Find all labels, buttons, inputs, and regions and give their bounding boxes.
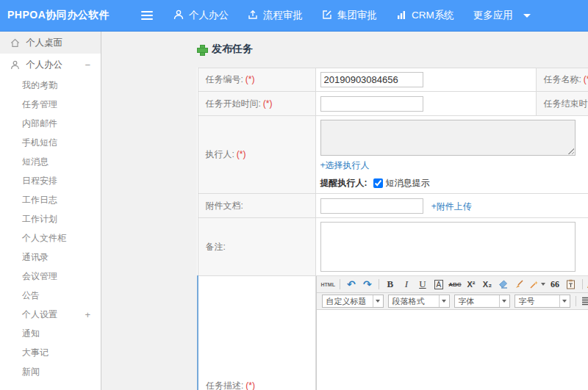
paste-text-icon[interactable]	[564, 278, 578, 291]
caret-down-icon	[499, 295, 509, 307]
app-logo[interactable]: PHPOA协同办公软件	[0, 9, 118, 22]
sidebar-item-short-message[interactable]: 短消息	[0, 152, 101, 171]
remark-textarea[interactable]	[320, 222, 576, 272]
sms-remind-checkbox[interactable]	[373, 178, 383, 188]
sidebar-item-contacts[interactable]: 通讯录	[0, 248, 101, 267]
sidebar-item-label: 个人桌面	[26, 37, 62, 49]
nav-item-crm[interactable]: CRM系统	[396, 9, 454, 22]
caret-down-icon	[439, 295, 449, 307]
sidebar-item-internal-mail[interactable]: 内部邮件	[0, 114, 101, 133]
subscript-button[interactable]: X₂	[481, 278, 494, 291]
magic-wand-icon[interactable]	[529, 278, 545, 291]
sidebar-item-schedule[interactable]: 日程安排	[0, 171, 101, 190]
rich-text-editor: HTML ↶ ↷ B I U A ABC X² X₂	[316, 276, 588, 390]
form-row-remark: 备注:	[198, 218, 588, 276]
start-time-input[interactable]	[320, 96, 423, 112]
sidebar-item-personal-office[interactable]: 个人办公 −	[0, 54, 101, 76]
executor-textarea[interactable]	[320, 120, 576, 156]
sidebar-item-label: 个人设置	[22, 308, 57, 321]
autotype-button[interactable]: A	[432, 278, 445, 291]
nav-item-group-approval[interactable]: 集团审批	[322, 9, 377, 22]
sidebar-item-personal-desktop[interactable]: 个人桌面	[0, 32, 101, 54]
sidebar-item-label: 大事记	[22, 347, 49, 359]
person-icon	[173, 10, 189, 22]
sidebar-item-label: 个人办公	[26, 59, 62, 71]
task-no-input[interactable]	[320, 72, 423, 87]
start-time-label: 任务开始时间:	[206, 98, 261, 109]
align-left-icon[interactable]	[581, 295, 588, 308]
attachment-input[interactable]	[320, 198, 423, 214]
required-mark: (*)	[584, 74, 588, 84]
sidebar-item-news[interactable]: 新闻	[0, 362, 101, 381]
top-nav: 个人办公 流程审批 集团审批 CRM系统 更多应用	[173, 9, 550, 22]
strikethrough-button[interactable]: ABC	[448, 278, 462, 291]
underline-button[interactable]: U	[416, 278, 429, 291]
remind-executor-label: 提醒执行人:	[320, 177, 368, 189]
top-header: PHPOA协同办公软件 个人办公 流程审批 集团审批 CRM系统 更多应用	[0, 0, 588, 32]
task-name-label: 任务名称:	[544, 74, 581, 84]
home-icon	[10, 38, 20, 48]
font-size-select[interactable]: 字号	[514, 295, 570, 308]
page-title-row: 发布任务	[197, 43, 588, 56]
nav-item-personal-office[interactable]: 个人办公	[173, 9, 229, 22]
sidebar-item-sms[interactable]: 手机短信	[0, 133, 101, 152]
remark-label: 备注:	[206, 242, 226, 252]
attachment-label: 附件文档:	[206, 201, 243, 211]
superscript-button[interactable]: X²	[465, 278, 478, 291]
editor-canvas[interactable]	[317, 310, 588, 390]
toolbar-separator	[340, 279, 340, 289]
sidebar-item-personal-settings[interactable]: 个人设置 +	[0, 305, 101, 324]
bold-button[interactable]: B	[384, 278, 397, 291]
page-title: 发布任务	[212, 43, 253, 56]
nav-label: 集团审批	[337, 9, 377, 22]
sidebar-item-label: 新闻	[22, 366, 40, 378]
sidebar-item-milestones[interactable]: 大事记	[0, 343, 101, 362]
undo-icon[interactable]: ↶	[345, 278, 358, 291]
sidebar-item-label: 工作日志	[22, 194, 57, 206]
paragraph-format-select[interactable]: 段落格式	[388, 295, 450, 308]
html-source-button[interactable]: HTML	[321, 278, 335, 291]
sidebar-item-work-plan[interactable]: 工作计划	[0, 209, 101, 228]
collapse-icon[interactable]: −	[85, 59, 90, 71]
italic-button[interactable]: I	[400, 278, 413, 291]
sidebar-item-meeting-management[interactable]: 会议管理	[0, 267, 101, 286]
resize-handle-icon[interactable]	[567, 148, 574, 154]
publish-task-form: 任务编号:(*) 任务名称:(*) 任务开始时间:(*) 任务结束时间:(*) …	[197, 68, 588, 390]
sidebar-item-notice[interactable]: 通知	[0, 324, 101, 343]
caret-down-icon	[541, 283, 545, 286]
sidebar-item-label: 我的考勤	[22, 79, 57, 92]
format-brush-icon[interactable]	[513, 278, 526, 291]
custom-title-select[interactable]: 自定义标题	[322, 295, 384, 308]
caret-down-icon	[373, 295, 383, 307]
end-time-label: 任务结束时间:	[544, 98, 588, 109]
sidebar-item-label: 日程安排	[22, 175, 57, 187]
sidebar-item-task-management[interactable]: 任务管理	[0, 95, 101, 114]
nav-item-more-apps[interactable]: 更多应用	[473, 9, 531, 22]
nav-item-flow-approval[interactable]: 流程审批	[248, 9, 303, 22]
sidebar-item-my-attendance[interactable]: 我的考勤	[0, 76, 101, 95]
caret-down-icon	[523, 14, 531, 18]
sidebar-item-label: 个人文件柜	[22, 232, 66, 245]
redo-icon[interactable]: ↷	[361, 278, 374, 291]
sidebar-item-label: 会议管理	[22, 270, 57, 283]
font-family-select[interactable]: 字体	[454, 295, 510, 308]
eraser-icon[interactable]	[497, 278, 510, 291]
sidebar-item-announcement[interactable]: 公告	[0, 286, 101, 305]
bar-chart-icon	[396, 10, 412, 22]
hamburger-menu-icon[interactable]	[141, 11, 153, 20]
blockquote-button[interactable]: 66	[548, 278, 562, 291]
form-row-task-no: 任务编号:(*) 任务名称:(*)	[198, 68, 588, 92]
main-content: 发布任务 任务编号:(*) 任务名称:(*) 任务开始时间:(*) 任务结束时间…	[101, 32, 588, 390]
required-mark: (*)	[245, 74, 255, 84]
flow-approval-icon	[248, 10, 263, 22]
required-mark: (*)	[263, 98, 273, 109]
sidebar-item-label: 短消息	[22, 156, 49, 168]
toolbar-separator	[576, 296, 576, 306]
sidebar-item-label: 通讯录	[22, 251, 49, 264]
sidebar-item-work-log[interactable]: 工作日志	[0, 190, 101, 209]
choose-executor-link[interactable]: +选择执行人	[320, 160, 370, 170]
expand-icon[interactable]: +	[85, 309, 90, 320]
attachment-upload-link[interactable]: +附件上传	[431, 201, 472, 212]
sms-remind-label: 短消息提示	[386, 177, 430, 189]
sidebar-item-personal-files[interactable]: 个人文件柜	[0, 228, 101, 248]
